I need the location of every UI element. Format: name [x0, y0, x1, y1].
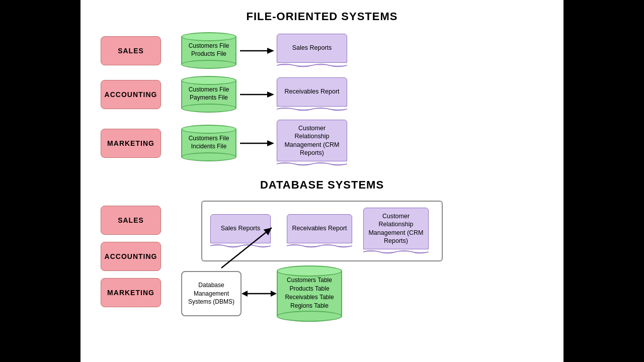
db-report-crm: Customer Relationship Management (CRM Re… [363, 208, 434, 254]
slide: FILE-ORIENTED SYSTEMS SALES Customers Fi… [80, 0, 564, 362]
file-row-sales: SALES Customers File Products File Sales… [101, 32, 543, 69]
svg-marker-9 [271, 291, 277, 297]
db-cylinder: Customers Table Products Table Receivabl… [277, 265, 342, 322]
dept-accounting: ACCOUNTING [101, 80, 161, 109]
db-dept-sales: SALES [101, 206, 161, 235]
arrow-marketing [236, 137, 277, 149]
db-report-sales: Sales Reports [210, 214, 281, 248]
db-dept-accounting: ACCOUNTING [101, 242, 161, 271]
file-section-title: FILE-ORIENTED SYSTEMS [101, 10, 543, 23]
report-sales: Sales Reports [277, 34, 347, 68]
db-dept-marketing: MARKETING [101, 278, 161, 307]
arrow-accounting [236, 88, 277, 101]
db-dept-col: SALES ACCOUNTING MARKETING [101, 201, 161, 307]
file-row-marketing: MARKETING Customers File Incidents File … [101, 120, 543, 166]
db-report-accounting: Receivables Report [287, 214, 357, 248]
report-marketing: Customer Relationship Management (CRM Re… [277, 120, 347, 166]
report-accounting: Receivables Report [277, 77, 347, 112]
file-section: FILE-ORIENTED SYSTEMS SALES Customers Fi… [101, 10, 543, 166]
dept-marketing: MARKETING [101, 129, 161, 158]
db-double-arrow [242, 288, 277, 300]
svg-marker-1 [267, 48, 274, 54]
dbms-box: Database Management Systems (DBMS) [181, 271, 242, 316]
arrow-sales [236, 45, 277, 57]
cylinder-marketing: Customers File Incidents File [181, 125, 236, 161]
svg-marker-7 [242, 291, 248, 297]
file-row-accounting: ACCOUNTING Customers File Payments File … [101, 76, 543, 113]
svg-marker-3 [267, 92, 274, 98]
db-reports-container: Sales Reports Receivables Report Custome… [201, 201, 443, 261]
db-section-title: DATABASE SYSTEMS [101, 178, 543, 192]
db-section: DATABASE SYSTEMS SALES ACCOUNTING MARKET… [101, 178, 543, 322]
cylinder-accounting: Customers File Payments File [181, 76, 236, 113]
cylinder-sales: Customers File Products File [181, 32, 236, 69]
dept-sales: SALES [101, 36, 161, 65]
svg-marker-5 [267, 140, 274, 146]
